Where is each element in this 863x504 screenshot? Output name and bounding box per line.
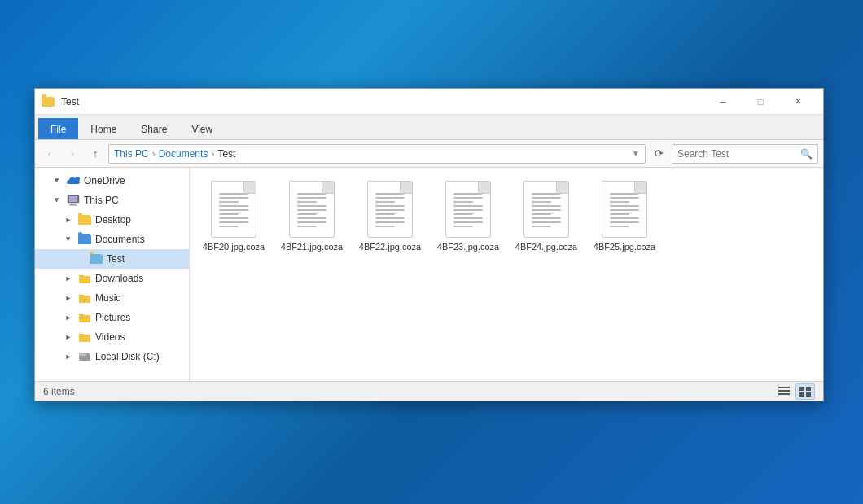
sidebar: ► OneDrive ► This PC ► Deskto xyxy=(35,168,190,381)
documents-folder-icon xyxy=(77,233,92,246)
sidebar-item-music[interactable]: ► ♪ Music xyxy=(35,288,189,308)
svg-rect-3 xyxy=(69,205,77,206)
explorer-window: Test ─ □ ✕ File Home Share View ‹ › ↑ Th… xyxy=(34,88,824,401)
minimize-button[interactable]: ─ xyxy=(704,89,742,115)
doc-line xyxy=(297,226,317,227)
tab-home[interactable]: Home xyxy=(78,118,129,139)
back-button[interactable]: ‹ xyxy=(40,144,59,164)
file-name-2: 4BF22.jpg.coza xyxy=(359,241,421,252)
forward-button[interactable]: › xyxy=(63,144,82,164)
disk-icon xyxy=(77,350,92,363)
status-bar: 6 items xyxy=(35,381,823,401)
title-bar: Test ─ □ ✕ xyxy=(35,89,823,115)
pictures-folder-icon xyxy=(77,311,92,324)
expand-arrow-documents: ► xyxy=(63,234,74,245)
doc-line xyxy=(219,201,239,203)
sidebar-item-documents[interactable]: ► Documents xyxy=(35,230,189,249)
search-box[interactable]: 🔍 xyxy=(672,144,818,164)
doc-line xyxy=(375,221,405,223)
doc-line xyxy=(453,226,473,227)
doc-line xyxy=(297,193,326,195)
sidebar-item-downloads[interactable]: ► Downloads xyxy=(35,269,189,288)
doc-line xyxy=(532,209,561,211)
search-icon[interactable]: 🔍 xyxy=(800,148,813,160)
refresh-button[interactable]: ⟳ xyxy=(649,144,668,164)
doc-line xyxy=(453,193,483,195)
maximize-button[interactable]: □ xyxy=(742,89,779,115)
doc-line xyxy=(532,226,551,227)
doc-line xyxy=(453,221,483,223)
doc-line xyxy=(375,205,405,207)
svg-rect-18 xyxy=(806,392,811,397)
sidebar-label-videos: Videos xyxy=(95,331,125,343)
onedrive-icon xyxy=(66,174,81,187)
doc-line xyxy=(610,217,639,219)
breadcrumb[interactable]: This PC › Documents › Test ▼ xyxy=(108,144,646,164)
doc-lines-0 xyxy=(219,193,248,227)
breadcrumb-sep-1: › xyxy=(152,148,156,160)
svg-rect-16 xyxy=(806,387,811,391)
doc-line xyxy=(532,217,561,219)
svg-rect-13 xyxy=(778,390,790,392)
file-icon-4 xyxy=(523,181,569,238)
window-controls: ─ □ ✕ xyxy=(704,89,817,115)
sidebar-label-documents: Documents xyxy=(95,234,145,245)
sidebar-item-onedrive[interactable]: ► OneDrive xyxy=(35,171,189,191)
sidebar-label-local-disk: Local Disk (C:) xyxy=(95,351,160,362)
doc-line xyxy=(532,205,561,207)
doc-line xyxy=(453,201,473,203)
doc-line xyxy=(610,226,629,227)
tab-view[interactable]: View xyxy=(179,118,225,139)
doc-line xyxy=(219,193,248,195)
tab-file[interactable]: File xyxy=(38,118,78,139)
sidebar-item-local-disk[interactable]: ► Local Disk (C:) xyxy=(35,347,189,366)
large-icons-view-button[interactable] xyxy=(795,383,815,400)
svg-rect-17 xyxy=(799,392,804,397)
main-content: ► OneDrive ► This PC ► Deskto xyxy=(35,168,823,381)
doc-lines-1 xyxy=(297,193,326,227)
doc-lines-3 xyxy=(453,193,483,227)
doc-line xyxy=(610,205,639,207)
doc-line xyxy=(375,209,405,211)
file-item-0[interactable]: 4BF20.jpg.coza xyxy=(198,176,269,257)
doc-line xyxy=(297,201,317,203)
doc-lines-5 xyxy=(610,193,639,227)
doc-line xyxy=(532,193,561,195)
doc-line xyxy=(219,221,248,223)
sidebar-item-videos[interactable]: ► Videos xyxy=(35,327,189,347)
search-input[interactable] xyxy=(677,148,800,160)
item-count: 6 items xyxy=(43,386,75,397)
doc-lines-2 xyxy=(375,193,405,227)
doc-line xyxy=(610,197,639,199)
details-view-button[interactable] xyxy=(774,383,794,400)
expand-arrow-pictures: ► xyxy=(63,312,74,323)
sidebar-item-this-pc[interactable]: ► This PC xyxy=(35,191,189,210)
breadcrumb-dropdown-icon[interactable]: ▼ xyxy=(632,149,640,158)
sidebar-item-desktop[interactable]: ► Desktop xyxy=(35,210,189,230)
doc-line xyxy=(375,217,405,219)
close-button[interactable]: ✕ xyxy=(779,89,817,115)
svg-point-11 xyxy=(87,354,90,357)
file-item-5[interactable]: 4BF25.jpg.coza xyxy=(589,176,660,257)
file-item-4[interactable]: 4BF24.jpg.coza xyxy=(510,176,582,257)
svg-rect-15 xyxy=(799,387,804,391)
file-item-3[interactable]: 4BF23.jpg.coza xyxy=(432,176,504,257)
file-name-0: 4BF20.jpg.coza xyxy=(203,241,265,252)
sidebar-item-test[interactable]: Test xyxy=(35,249,189,269)
file-item-2[interactable]: 4BF22.jpg.coza xyxy=(354,176,426,257)
expand-arrow-desktop: ► xyxy=(63,214,74,226)
doc-line xyxy=(453,217,483,219)
doc-line xyxy=(610,213,629,215)
doc-line xyxy=(219,213,239,215)
sidebar-item-pictures[interactable]: ► Pictures xyxy=(35,308,189,327)
file-item-1[interactable]: 4BF21.jpg.coza xyxy=(276,176,348,257)
breadcrumb-this-pc[interactable]: This PC xyxy=(114,148,149,160)
file-name-1: 4BF21.jpg.coza xyxy=(281,241,343,252)
sidebar-label-desktop: Desktop xyxy=(95,214,131,226)
tab-share[interactable]: Share xyxy=(129,118,179,139)
up-button[interactable]: ↑ xyxy=(85,144,105,164)
svg-rect-1 xyxy=(69,196,77,202)
address-bar: ‹ › ↑ This PC › Documents › Test ▼ ⟳ 🔍 xyxy=(35,140,823,168)
breadcrumb-documents[interactable]: Documents xyxy=(159,148,208,160)
file-icon-3 xyxy=(445,181,491,238)
